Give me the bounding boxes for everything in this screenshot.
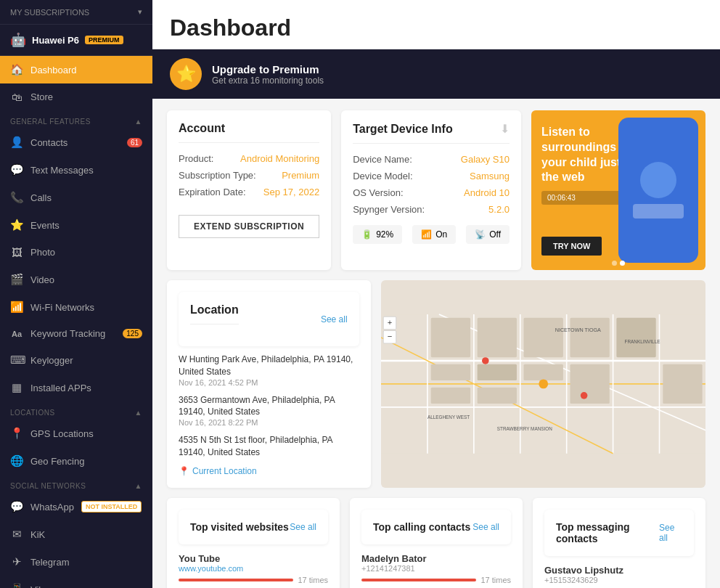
locations-header: LOCATIONS ▲	[0, 401, 152, 420]
location-item-1: W Hunting Park Ave, Philadelphia, PA 191…	[179, 354, 359, 387]
device-row: 🤖 Huawei P6 PREMIUM	[0, 25, 152, 56]
promo-dot-1	[612, 261, 617, 266]
subscription-value: Premium	[282, 170, 319, 181]
messaging-see-all[interactable]: See all	[659, 523, 682, 543]
try-now-button[interactable]: TRY NOW	[541, 237, 602, 256]
calling-see-all[interactable]: See all	[472, 522, 499, 532]
general-features-header: GENERAL FEATURES ▲	[0, 110, 152, 128]
device-name-label: Device Name:	[353, 154, 412, 165]
phone-mockup	[618, 118, 698, 263]
battery-value: 92%	[376, 229, 393, 240]
calling-item-1: Madelyn Bator +12141247381 17 times	[361, 553, 511, 584]
sidebar-item-calls[interactable]: 📞 Calls	[0, 184, 152, 211]
device-model-label: Device Model:	[353, 171, 412, 181]
calling-bar-1	[361, 579, 476, 581]
sidebar-item-video[interactable]: 🎬 Video	[0, 266, 152, 293]
sidebar-item-installed-apps[interactable]: ▦ Installed APPs	[0, 374, 152, 401]
calling-title-row: Top calling contacts See all	[361, 510, 511, 544]
svg-rect-14	[523, 318, 562, 357]
chevron-up-icon: ▲	[135, 482, 142, 490]
contacts-badge: 61	[127, 138, 142, 147]
location-address-1: W Hunting Park Ave, Philadelphia, PA 191…	[179, 354, 359, 378]
page-header: Dashboard	[152, 0, 720, 49]
subscription-row: Subscription Type: Premium	[179, 170, 319, 181]
svg-point-28	[539, 379, 548, 388]
keyword-badge: 125	[123, 329, 142, 338]
location-card: Location See all W Hunting Park Ave, Phi…	[167, 280, 371, 488]
sidebar-item-keyword-tracking[interactable]: Aa Keyword Tracking 125	[0, 321, 152, 346]
battery-status: 🔋 92%	[353, 225, 402, 244]
sidebar-item-gps-locations[interactable]: 📍 GPS Locations	[0, 420, 152, 447]
device-model-row: Device Model: Samsung	[353, 171, 510, 181]
location-title-row: Location See all	[179, 292, 359, 346]
messaging-item-1: Gustavo Lipshutz +15153243629 17 times	[544, 565, 694, 588]
messaging-name-1: Gustavo Lipshutz	[544, 565, 694, 576]
store-icon: 🛍	[10, 91, 23, 103]
device-badge: PREMIUM	[85, 36, 123, 44]
sidebar-item-label: Store	[30, 91, 53, 102]
sidebar-item-dashboard[interactable]: 🏠 Dashboard	[0, 56, 152, 83]
signal-status: 📡 Off	[466, 225, 510, 244]
websites-title: Top visited websites	[190, 521, 289, 533]
map-container[interactable]: + − NICETOWN TIOGA FRANKLINVILLE ALLEGHE…	[381, 280, 705, 488]
device-status-row: 🔋 92% 📶 On 📡 Off	[353, 225, 510, 244]
chevron-up-icon: ▲	[135, 118, 142, 126]
signal-icon: 📡	[475, 229, 486, 240]
svg-text:+: +	[387, 318, 392, 327]
top-cards-row: Account Product: Android Monitoring Subs…	[167, 110, 705, 270]
svg-text:−: −	[387, 332, 392, 340]
svg-point-30	[580, 392, 587, 399]
premium-subtitle: Get extra 16 monitoring tools	[212, 75, 324, 86]
sidebar-item-contacts[interactable]: 👤 Contacts 61	[0, 128, 152, 156]
wifi-status-icon: 📶	[421, 229, 432, 240]
extend-subscription-button[interactable]: EXTEND SUBSCRIPTION	[179, 215, 319, 238]
sidebar-item-keylogger[interactable]: ⌨ Keylogger	[0, 346, 152, 374]
sidebar-item-geo-fencing[interactable]: 🌐 Geo Fencing	[0, 447, 152, 475]
website-url-1[interactable]: www.youtube.com	[179, 564, 328, 573]
photo-icon: 🖼	[10, 246, 23, 258]
messaging-title-row: Top messaging contacts See all	[544, 510, 694, 556]
premium-title: Upgrade to Premium	[212, 63, 324, 75]
calling-title: Top calling contacts	[373, 521, 470, 533]
signal-value: Off	[489, 229, 501, 240]
video-icon: 🎬	[10, 273, 23, 286]
os-row: OS Version: Android 10	[353, 187, 510, 198]
premium-star-icon: ⭐	[170, 58, 202, 90]
svg-rect-13	[477, 318, 516, 357]
sidebar-item-store[interactable]: 🛍 Store	[0, 83, 152, 110]
gps-icon: 📍	[10, 427, 23, 440]
current-location-label: Current Location	[192, 466, 257, 476]
top-calling-card: Top calling contacts See all Madelyn Bat…	[350, 498, 523, 588]
wifi-icon: 📶	[10, 301, 23, 314]
sidebar-item-events[interactable]: ⭐ Events	[0, 211, 152, 239]
sidebar-item-viber[interactable]: 📱 Viber	[0, 576, 152, 588]
sidebar-item-wifi[interactable]: 📶 Wi-Fi Networks	[0, 293, 152, 321]
sidebar-item-telegram[interactable]: ✈ Telegram	[0, 548, 152, 576]
phone-screen	[618, 118, 698, 263]
websites-see-all[interactable]: See all	[290, 522, 316, 532]
sidebar-item-text-messages[interactable]: 💬 Text Messages	[0, 156, 152, 184]
location-address-3: 4535 N 5th St 1st floor, Philadelphia, P…	[179, 434, 359, 459]
events-icon: ⭐	[10, 219, 23, 232]
promo-card: Listen to surroundings of your child jus…	[531, 110, 705, 270]
location-see-all[interactable]: See all	[321, 314, 348, 324]
product-label: Product:	[179, 153, 213, 164]
sidebar-item-photo[interactable]: 🖼 Photo	[0, 239, 152, 266]
premium-banner[interactable]: ⭐ Upgrade to Premium Get extra 16 monito…	[152, 49, 720, 99]
location-time-1: Nov 16, 2021 4:52 PM	[179, 378, 359, 387]
product-row: Product: Android Monitoring	[179, 153, 319, 164]
svg-rect-19	[477, 388, 516, 404]
messages-icon: 💬	[10, 163, 23, 176]
device-title-row: Target Device Info ⬇	[353, 122, 510, 144]
apps-icon: ▦	[10, 381, 23, 394]
content-area: Account Product: Android Monitoring Subs…	[152, 99, 720, 588]
website-name-1: You Tube	[179, 553, 328, 564]
device-name-value: Galaxy S10	[461, 154, 510, 165]
bottom-cards-row: Top visited websites See all You Tube ww…	[167, 498, 705, 588]
calling-times-1: 17 times	[480, 576, 511, 584]
svg-rect-23	[663, 364, 702, 404]
current-location[interactable]: 📍 Current Location	[179, 466, 359, 476]
sidebar-item-whatsapp[interactable]: 💬 WhatsApp NOT INSTALLED	[0, 493, 152, 520]
subscriptions-header: MY SUBSCRIPTIONS ▾	[0, 0, 152, 25]
sidebar-item-kik[interactable]: ✉ KiK	[0, 520, 152, 548]
